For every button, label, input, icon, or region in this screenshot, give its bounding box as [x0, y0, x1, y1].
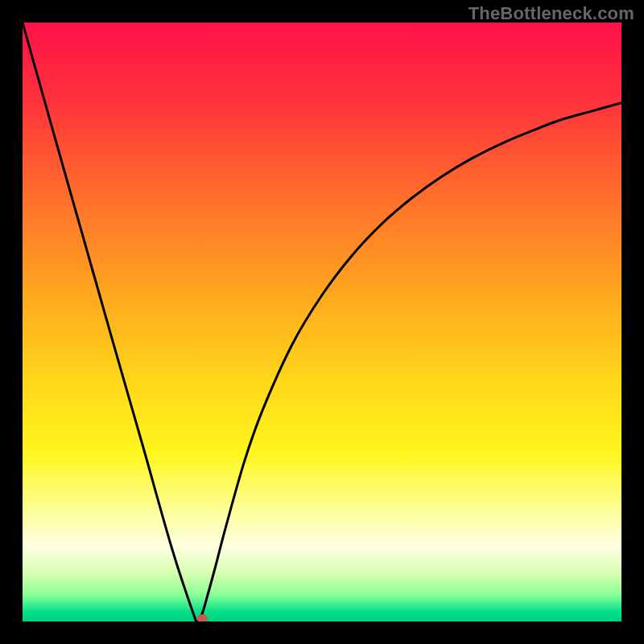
- gradient-background: [23, 23, 621, 621]
- chart-svg: [23, 23, 621, 621]
- plot-area: [23, 23, 621, 621]
- watermark-text: TheBottleneck.com: [469, 3, 634, 24]
- chart-frame: TheBottleneck.com: [0, 0, 644, 644]
